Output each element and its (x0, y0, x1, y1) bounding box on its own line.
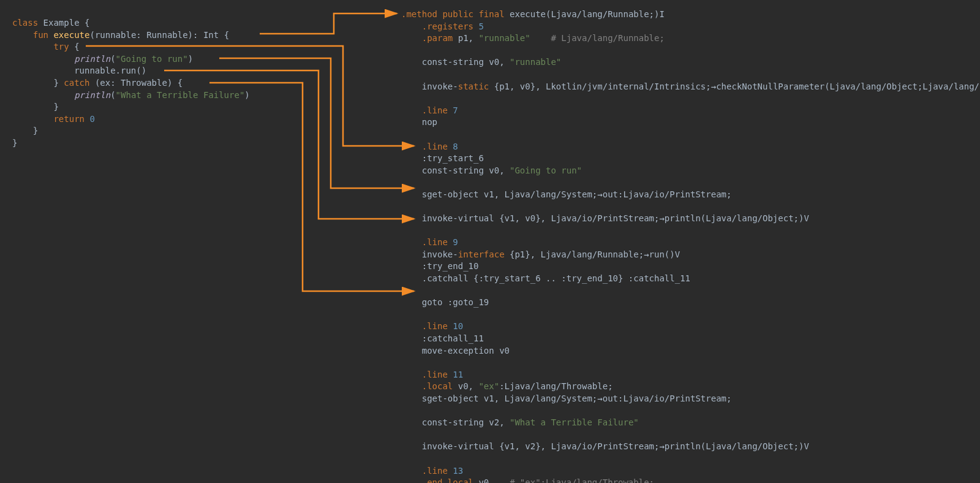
string-literal: "Going to run" (116, 54, 188, 64)
indent (12, 54, 74, 64)
instruction: {p1, v0}, Lkotlin/jvm/internal/Intrinsic… (489, 82, 980, 91)
code-line: sget-object v1, Ljava/lang/System;→out:L… (401, 189, 980, 201)
code-line: } (12, 101, 250, 113)
code-line: sget-object v1, Ljava/lang/System;→out:L… (401, 393, 980, 405)
kotlin-source-pane: class Example { fun execute(runnable: Ru… (12, 17, 250, 150)
code-line: fun execute(runnable: Runnable): Int { (12, 29, 250, 42)
string-literal: "runnable" (478, 33, 530, 43)
catch-args: (ex: Throwable) { (89, 78, 183, 88)
code-line: :catchall_11 (401, 333, 980, 345)
register: v0 (478, 477, 489, 483)
arrow-execute-to-method (260, 13, 397, 34)
indent (12, 114, 53, 124)
keyword-interface: interface (458, 249, 505, 259)
code-line: invoke-virtual {v1, v2}, Ljava/io/PrintS… (401, 441, 980, 453)
blank-line (401, 69, 980, 81)
code-line: .end local v0 # "ex":Ljava/lang/Throwabl… (401, 477, 980, 483)
code-line: :try_end_10 (401, 261, 980, 273)
brace: { (69, 42, 80, 51)
blank-line (401, 93, 980, 105)
paren: ( (110, 90, 115, 100)
label: :catchall_11 (401, 333, 484, 343)
code-line: } (12, 125, 250, 137)
code-line: .line 13 (401, 465, 980, 477)
number: 5 (478, 21, 483, 31)
register: v0, (458, 381, 479, 391)
label: :try_start_6 (401, 153, 484, 163)
paren: ) (188, 54, 193, 64)
blank-line (401, 225, 980, 237)
number: 9 (453, 237, 458, 247)
brace: } (33, 126, 38, 135)
directive: .method (401, 9, 437, 19)
directive: .catchall {:try_start_6 .. :try_end_10} … (401, 273, 690, 283)
instruction: invoke- (401, 249, 458, 259)
brace: { (224, 30, 229, 40)
instruction: goto :goto_19 (401, 297, 489, 307)
keyword-fun: fun (33, 30, 48, 40)
blank-line (401, 429, 980, 441)
code-line: .line 9 (401, 237, 980, 249)
instruction: const-string v2, (401, 417, 510, 427)
brace: } (53, 102, 58, 112)
code-line: invoke-interface {p1}, Ljava/lang/Runnab… (401, 249, 980, 261)
code-line: runnable.run() (12, 65, 250, 77)
directive: .line (401, 237, 453, 247)
keyword-return: return (53, 114, 85, 124)
blank-line (401, 129, 980, 141)
return-type: Int (203, 30, 224, 40)
instruction: invoke- (401, 82, 458, 91)
instruction: const-string v0, (401, 165, 510, 175)
code-line: .method public final execute(Ljava/lang/… (401, 9, 980, 21)
code-line: println("Going to run") (12, 53, 250, 66)
class-name: Example (38, 18, 85, 28)
code-line: println("What a Terrible Failure") (12, 89, 250, 102)
code-line: } (12, 137, 250, 150)
code-line: invoke-static {p1, v0}, Lkotlin/jvm/inte… (401, 81, 980, 93)
label: :try_end_10 (401, 261, 478, 271)
directive: .end local (401, 477, 478, 483)
code-line: move-exception v0 (401, 345, 980, 357)
call-println: println (74, 90, 110, 100)
string-literal: "What a Terrible Failure" (116, 90, 245, 100)
code-line: const-string v0, "runnable" (401, 56, 980, 69)
string-literal: "runnable" (510, 57, 561, 67)
code-line: try { (12, 41, 250, 53)
number-literal: 0 (89, 114, 94, 124)
param: runnable: Runnable (95, 30, 188, 40)
instruction: sget-object v1, Ljava/lang/System;→out:L… (401, 189, 731, 199)
indent (12, 78, 53, 88)
code-line: class Example { (12, 17, 250, 29)
blank-line (401, 201, 980, 213)
modifiers: public final (437, 9, 510, 19)
statement: runnable.run() (74, 66, 146, 75)
paren: ( (89, 30, 94, 40)
directive: .local (401, 381, 458, 391)
blank-line (401, 357, 980, 369)
directive: .param (401, 33, 458, 43)
indent (12, 42, 53, 51)
keyword-catch: catch (64, 78, 89, 88)
type: :Ljava/lang/Throwable; (499, 381, 612, 391)
code-line: const-string v2, "What a Terrible Failur… (401, 417, 980, 429)
number: 10 (453, 321, 463, 331)
paren: ( (110, 54, 115, 64)
directive: .line (401, 321, 453, 331)
directive: .line (401, 105, 453, 115)
paren: ) (244, 90, 249, 100)
indent (12, 102, 53, 112)
keyword-class: class (12, 18, 38, 28)
string-literal: "Going to run" (510, 165, 582, 175)
number: 7 (453, 105, 458, 115)
keyword-static: static (458, 82, 489, 91)
code-line: :try_start_6 (401, 153, 980, 165)
code-line: .catchall {:try_start_6 .. :try_end_10} … (401, 273, 980, 285)
instruction: invoke-virtual {v1, v2}, Ljava/io/PrintS… (401, 441, 809, 451)
code-line: } catch (ex: Throwable) { (12, 77, 250, 89)
code-line: invoke-virtual {v1, v0}, Ljava/io/PrintS… (401, 213, 980, 225)
code-line: const-string v0, "Going to run" (401, 165, 980, 177)
comment: # "ex":Ljava/lang/Throwable; (489, 477, 654, 483)
blank-line (401, 177, 980, 189)
string-literal: "ex" (478, 381, 499, 391)
colon: : (193, 30, 203, 40)
